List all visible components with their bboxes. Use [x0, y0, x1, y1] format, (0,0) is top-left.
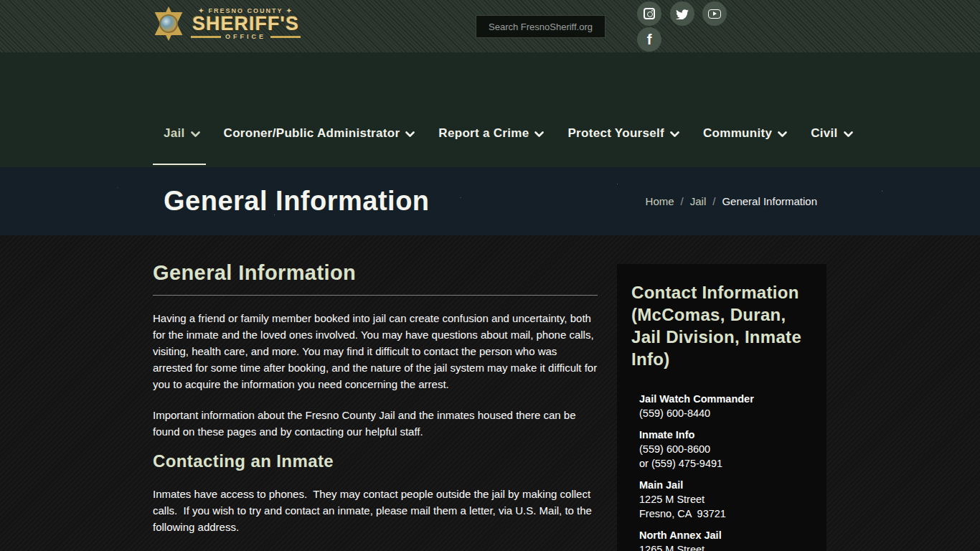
- nav-item-jail[interactable]: Jail: [164, 126, 200, 141]
- top-header: ✦ FRESNO COUNTY ✦ SHERIFF'S OFFICE f: [0, 0, 980, 52]
- nav-item-label: Community: [703, 126, 772, 141]
- main-nav: Jail Coroner/Public Administrator Report…: [0, 52, 980, 167]
- youtube-icon: [708, 9, 721, 19]
- facebook-button[interactable]: f: [637, 27, 661, 52]
- body-paragraph: Inmates have access to phones. They may …: [153, 486, 598, 535]
- contact-entry-inmate-info: Inmate Info(559) 600-8600or (559) 475-94…: [639, 428, 812, 471]
- contact-line: or (559) 475-9491: [639, 456, 812, 471]
- nav-item-label: Report a Crime: [438, 126, 529, 141]
- contact-entry-main-jail: Main Jail1225 M StreetFresno, CA 93721: [639, 478, 812, 521]
- sheriff-star-badge-icon: [151, 4, 187, 44]
- body-paragraph: Important information about the Fresno C…: [153, 407, 598, 440]
- subsection-heading: Contacting an Inmate: [153, 451, 598, 471]
- intro-paragraphs: Having a friend or family member booked …: [153, 310, 598, 440]
- sheriff-logo[interactable]: ✦ FRESNO COUNTY ✦ SHERIFF'S OFFICE: [151, 4, 301, 44]
- instagram-button[interactable]: [637, 1, 661, 26]
- page: ✦ FRESNO COUNTY ✦ SHERIFF'S OFFICE f: [0, 0, 980, 551]
- breadcrumb-link-jail[interactable]: Jail: [690, 195, 707, 207]
- chevron-down-icon: [405, 131, 415, 138]
- chevron-down-icon: [844, 131, 853, 138]
- nav-row-1: Jail Coroner/Public Administrator Report…: [164, 121, 853, 146]
- logo-text: ✦ FRESNO COUNTY ✦ SHERIFF'S OFFICE: [191, 8, 301, 40]
- search-input[interactable]: [476, 15, 606, 38]
- twitter-icon: [676, 9, 689, 19]
- contact-label: Inmate Info: [639, 428, 812, 442]
- active-nav-underline: [153, 164, 206, 165]
- breadcrumb-separator: /: [712, 195, 715, 207]
- social-links: f: [637, 1, 730, 51]
- nav-item-protect-yourself[interactable]: Protect Yourself: [567, 126, 679, 141]
- nav-item-label: Civil: [811, 126, 837, 141]
- contact-line: Fresno, CA 93721: [639, 507, 812, 521]
- contact-entry-jail-watch-commander: Jail Watch Commander(559) 600-8440: [639, 392, 812, 420]
- contact-entry-north-annex-jail: North Annex Jail1265 M Street: [639, 528, 812, 551]
- contact-label: North Annex Jail: [639, 528, 812, 542]
- chevron-down-icon: [778, 131, 787, 138]
- chevron-down-icon: [670, 131, 679, 138]
- contact-line: 1265 M Street: [639, 542, 812, 551]
- contact-label: Jail Watch Commander: [639, 392, 812, 406]
- logo-name: SHERIFF'S: [192, 14, 299, 34]
- body-paragraph: Having a friend or family member booked …: [153, 310, 598, 392]
- contact-line: (559) 600-8600: [639, 442, 812, 456]
- inmate-contact-paragraphs: Inmates have access to phones. They may …: [153, 486, 598, 535]
- contact-line: 1225 M Street: [639, 492, 812, 507]
- nav-item-report-a-crime[interactable]: Report a Crime: [438, 126, 544, 141]
- contact-line: (559) 600-8440: [639, 406, 812, 420]
- page-title: General Information: [164, 186, 430, 217]
- breadcrumb-link-home[interactable]: Home: [646, 195, 674, 207]
- heading-rule: [153, 295, 598, 296]
- page-banner: General Information Home/Jail/General In…: [0, 167, 980, 235]
- nav-item-civil[interactable]: Civil: [811, 126, 852, 141]
- nav-item-coroner-public-administrator[interactable]: Coroner/Public Administrator: [224, 126, 415, 141]
- breadcrumb-separator: /: [681, 195, 684, 207]
- nav-item-label: Jail: [164, 126, 185, 141]
- sidebar-heading: Contact Information (McComas, Duran, Jai…: [631, 281, 812, 370]
- instagram-icon: [644, 8, 655, 19]
- chevron-down-icon: [534, 131, 544, 138]
- main-column: General Information Having a friend or f…: [153, 235, 598, 535]
- section-heading: General Information: [153, 261, 598, 285]
- nav-item-community[interactable]: Community: [703, 126, 787, 141]
- nav-item-label: Coroner/Public Administrator: [224, 126, 400, 141]
- chevron-down-icon: [191, 131, 200, 138]
- contact-sidebar: Contact Information (McComas, Duran, Jai…: [617, 264, 826, 551]
- contact-label: Main Jail: [639, 478, 812, 492]
- logo-sub: OFFICE: [191, 34, 301, 40]
- content-area: General Information Having a friend or f…: [0, 235, 980, 551]
- twitter-button[interactable]: [670, 1, 694, 26]
- facebook-icon: f: [647, 32, 652, 47]
- nav-item-label: Protect Yourself: [567, 126, 664, 141]
- breadcrumb-current: General Information: [722, 195, 817, 207]
- breadcrumb: Home/Jail/General Information: [646, 195, 817, 207]
- youtube-button[interactable]: [702, 1, 727, 26]
- contact-list: Jail Watch Commander(559) 600-8440Inmate…: [639, 392, 812, 551]
